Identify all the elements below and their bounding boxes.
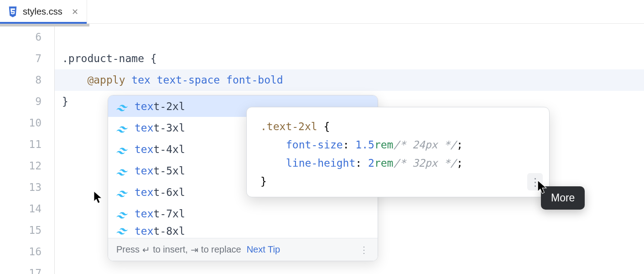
tab-styles-css[interactable]: styles.css ✕	[0, 0, 87, 23]
line-number: 6	[0, 26, 54, 48]
line-number: 15	[0, 220, 54, 241]
line-number: 7	[0, 48, 54, 69]
doc-line: line-height: 2rem/* 32px */;	[260, 154, 539, 172]
kebab-menu-icon[interactable]: ⋮	[359, 244, 369, 255]
line-number: 9	[0, 91, 54, 112]
mouse-cursor-icon	[93, 191, 103, 204]
tailwind-icon	[116, 210, 128, 218]
close-icon[interactable]: ✕	[72, 7, 78, 17]
tab-bar: styles.css ✕	[0, 0, 644, 24]
tailwind-icon	[116, 145, 128, 153]
code-line-active[interactable]: @apply tex text-space font-bold	[55, 69, 644, 91]
hint-text: to insert,	[153, 244, 188, 255]
doc-line: .text-2xl {	[260, 117, 539, 136]
documentation-popup: .text-2xl { font-size: 1.5rem/* 24px */;…	[246, 107, 550, 197]
tooltip-more: More	[541, 186, 585, 210]
autocomplete-item[interactable]: text-8xl	[108, 224, 378, 238]
hint-text: Press	[116, 244, 140, 255]
mouse-cursor-icon	[537, 180, 547, 193]
code-line[interactable]	[55, 26, 644, 48]
code-line[interactable]: .product-name {	[55, 48, 644, 69]
enter-key-icon: ↵	[142, 244, 150, 255]
tailwind-icon	[116, 225, 128, 233]
line-number: 17	[0, 263, 54, 274]
css-file-icon	[8, 7, 17, 17]
tailwind-icon	[116, 188, 128, 196]
tailwind-icon	[116, 102, 128, 111]
line-number: 8	[0, 69, 54, 91]
line-number: 12	[0, 155, 54, 177]
line-number: 11	[0, 134, 54, 155]
doc-line: font-size: 1.5rem/* 24px */;	[260, 136, 539, 154]
tailwind-icon	[116, 124, 128, 132]
next-tip-link[interactable]: Next Tip	[247, 244, 280, 255]
line-number-gutter: 6 7 8 9 10 11 12 13 14 15 16 17	[0, 24, 55, 274]
autocomplete-footer: Press ↵ to insert, ⇥ to replace Next Tip…	[108, 238, 378, 261]
tooltip-label: More	[551, 192, 575, 204]
code-line[interactable]	[55, 263, 644, 274]
line-number: 14	[0, 198, 54, 220]
doc-line: }	[260, 172, 539, 190]
line-number: 16	[0, 241, 54, 263]
tailwind-icon	[116, 167, 128, 175]
tab-filename: styles.css	[23, 6, 62, 17]
autocomplete-item[interactable]: text-7xl	[108, 203, 378, 224]
line-number: 10	[0, 112, 54, 134]
tab-key-icon: ⇥	[191, 244, 198, 255]
line-number: 13	[0, 177, 54, 198]
hint-text: to replace	[201, 244, 241, 255]
